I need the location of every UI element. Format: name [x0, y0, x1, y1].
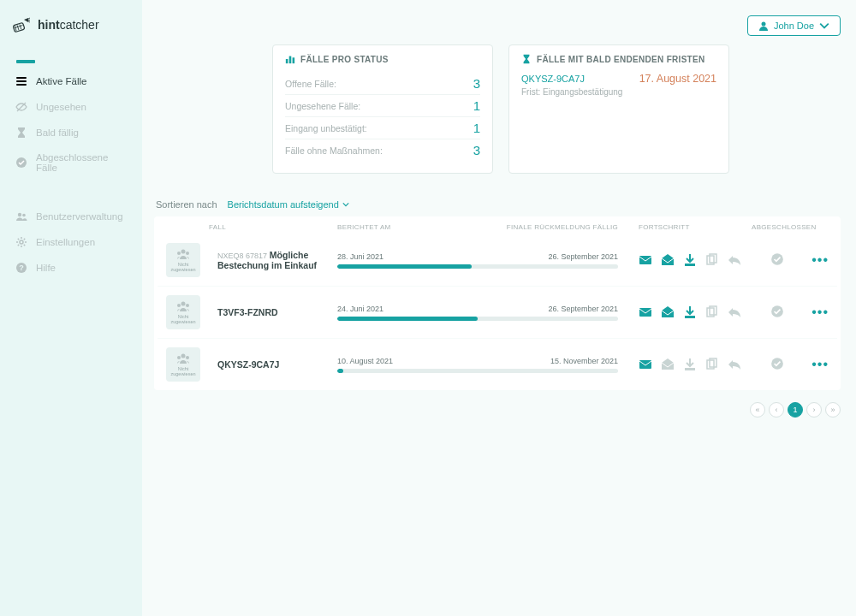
status-row: Offene Fälle:3 [285, 73, 480, 95]
assignee-label: Nicht zugewiesen [166, 366, 200, 376]
col-due: FINALE RÜCKMELDUNG FÄLLIG [507, 223, 618, 231]
col-done: ABGESCHLOSSEN [752, 223, 803, 231]
sidebar-item-benutzerverwaltung[interactable]: Benutzerverwaltung [0, 204, 142, 229]
page-first-button[interactable]: « [750, 402, 765, 418]
mail-icon[interactable] [639, 253, 652, 267]
reply-icon[interactable] [728, 253, 741, 267]
assignee-badge[interactable]: Nicht zugewiesen [166, 295, 200, 329]
due-date: 26. September 2021 [548, 252, 618, 261]
main-content: John Doe FÄLLE PRO STATUS Offene Fälle:3… [142, 0, 856, 616]
case-code: NXEQ8 67817 [217, 252, 267, 260]
sidebar-item-einstellungen[interactable]: Einstellungen [0, 229, 142, 255]
reported-date: 10. August 2021 [337, 357, 393, 365]
group-icon [175, 352, 191, 364]
files-icon[interactable] [705, 358, 719, 371]
due-date: 15. November 2021 [550, 357, 618, 365]
progress-bar [337, 264, 618, 269]
sidebar-item-label: Bald fällig [36, 127, 79, 138]
case-code[interactable]: QKYSZ-9CA7J [217, 359, 279, 370]
download-icon[interactable] [683, 305, 697, 319]
sidebar: hintcatcher Aktive FälleUngesehenBald fä… [0, 0, 142, 616]
status-label: Fälle ohne Maßnahmen: [285, 145, 383, 156]
files-icon[interactable] [705, 253, 719, 267]
page-next-button[interactable]: › [806, 402, 822, 418]
user-name: John Doe [774, 21, 814, 31]
deadline-date: 17. August 2021 [639, 73, 716, 85]
mail-open-icon[interactable] [661, 253, 675, 267]
reported-date: 24. Juni 2021 [337, 305, 383, 313]
status-card-title: FÄLLE PRO STATUS [285, 54, 480, 64]
table-row: Nicht zugewiesen QKYSZ-9CA7J 10. August … [154, 339, 841, 390]
sidebar-item-ungesehen[interactable]: Ungesehen [0, 94, 142, 120]
assignee-label: Nicht zugewiesen [166, 262, 200, 272]
page-number-button[interactable]: 1 [788, 402, 803, 418]
mail-icon[interactable] [639, 305, 652, 319]
status-row: Fälle ohne Maßnahmen:3 [285, 139, 480, 161]
col-reported: BERICHTET AM [337, 223, 391, 231]
chevron-down-icon [819, 21, 829, 31]
done-check-icon[interactable] [770, 357, 784, 370]
progress-bar [337, 317, 618, 321]
case-code[interactable]: T3VF3-FZNRD [217, 307, 278, 317]
mail-open-icon[interactable] [661, 358, 675, 371]
row-menu-button[interactable]: ••• [803, 252, 829, 268]
deadline-card-title: FÄLLE MIT BALD ENDENDEN FRISTEN [521, 54, 716, 64]
mail-icon[interactable] [639, 358, 652, 371]
deadline-card: FÄLLE MIT BALD ENDENDEN FRISTEN QKYSZ-9C… [508, 44, 729, 174]
done-check-icon[interactable] [770, 252, 784, 266]
mail-open-icon[interactable] [661, 305, 675, 319]
assignee-badge[interactable]: Nicht zugewiesen [166, 243, 200, 277]
sidebar-item-bald-fällig[interactable]: Bald fällig [0, 120, 142, 145]
status-label: Eingang unbestätigt: [285, 123, 367, 133]
status-label: Ungesehene Fälle: [285, 101, 360, 111]
status-value: 1 [473, 98, 480, 113]
row-menu-button[interactable]: ••• [803, 305, 829, 320]
logo-icon [12, 15, 31, 34]
sidebar-item-label: Hilfe [36, 263, 56, 273]
page-prev-button[interactable]: ‹ [769, 402, 784, 418]
col-case: FALL [209, 223, 337, 231]
assignee-label: Nicht zugewiesen [166, 314, 200, 324]
table-row: Nicht zugewiesen NXEQ8 67817 Mögliche Be… [154, 234, 841, 286]
sidebar-item-label: Benutzerverwaltung [36, 211, 123, 222]
gear-icon [15, 236, 27, 248]
logo-text: hintcatcher [38, 18, 99, 32]
status-value: 3 [473, 143, 480, 157]
sidebar-item-label: Aktive Fälle [36, 76, 86, 86]
hourglass-icon [15, 127, 27, 139]
pagination: « ‹ 1 › » [154, 402, 841, 418]
table-header: FALL BERICHTET AM FINALE RÜCKMELDUNG FÄL… [154, 216, 841, 234]
sidebar-item-aktive-fälle[interactable]: Aktive Fälle [0, 68, 142, 94]
reported-date: 28. Juni 2021 [337, 252, 383, 261]
chart-icon [285, 54, 295, 64]
group-icon [175, 248, 191, 260]
done-check-icon[interactable] [770, 305, 784, 318]
status-card: FÄLLE PRO STATUS Offene Fälle:3Ungesehen… [272, 44, 493, 174]
deadline-case-link[interactable]: QKYSZ-9CA7J [521, 74, 585, 84]
reply-icon[interactable] [728, 305, 741, 319]
sidebar-item-label: Einstellungen [36, 237, 95, 247]
download-icon[interactable] [683, 253, 697, 267]
sidebar-item-hilfe[interactable]: Hilfe [0, 255, 142, 281]
sidebar-item-label: Abgeschlossene Fälle [36, 152, 127, 173]
assignee-badge[interactable]: Nicht zugewiesen [166, 347, 200, 382]
reply-icon[interactable] [728, 358, 741, 371]
user-menu-button[interactable]: John Doe [747, 15, 841, 36]
logo[interactable]: hintcatcher [0, 9, 142, 60]
group-icon [175, 300, 191, 312]
files-icon[interactable] [705, 305, 719, 319]
status-value: 1 [473, 121, 480, 135]
topbar: John Doe [154, 15, 841, 36]
status-row: Eingang unbestätigt:1 [285, 117, 480, 139]
progress-bar [337, 369, 618, 373]
status-row: Ungesehene Fälle:1 [285, 95, 480, 117]
sort-dropdown[interactable]: Berichtsdatum aufsteigend [228, 199, 349, 210]
page-last-button[interactable]: » [825, 402, 841, 418]
sort-bar: Sortieren nach Berichtsdatum aufsteigend [156, 199, 841, 210]
download-icon[interactable] [683, 358, 697, 371]
row-menu-button[interactable]: ••• [803, 357, 829, 372]
cases-table: FALL BERICHTET AM FINALE RÜCKMELDUNG FÄL… [154, 216, 841, 390]
chevron-down-icon [342, 201, 349, 208]
col-actions: FORTSCHRITT [639, 223, 752, 231]
sidebar-item-abgeschlossene-fälle[interactable]: Abgeschlossene Fälle [0, 145, 142, 180]
